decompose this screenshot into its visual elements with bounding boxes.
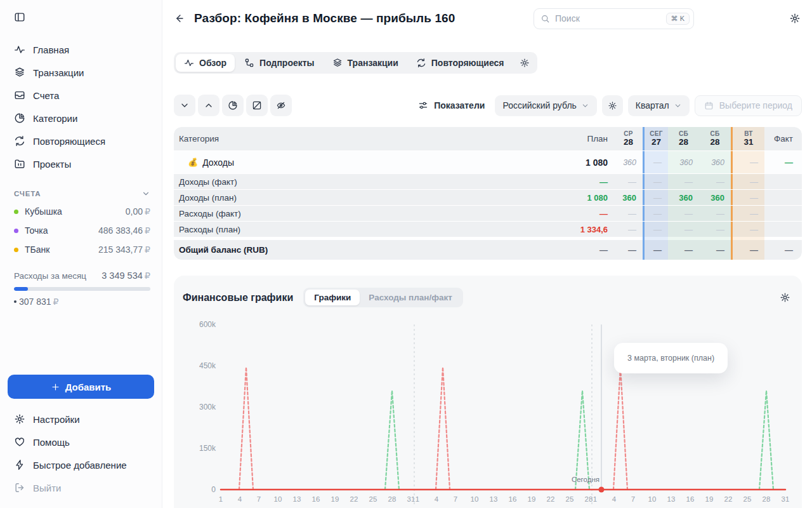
svg-text:1: 1 xyxy=(416,495,419,503)
eye-off-button[interactable] xyxy=(270,95,292,116)
account-row[interactable]: Точка486 383,46₽ xyxy=(14,221,150,240)
account-name: Точка xyxy=(25,225,48,236)
day-column-header: ВТ31 xyxy=(731,127,764,150)
tabs-settings-button[interactable] xyxy=(514,54,535,72)
day-value: — xyxy=(716,225,724,234)
day-value: — xyxy=(716,209,724,218)
sidebar-toggle-icon[interactable] xyxy=(14,11,25,23)
add-button[interactable]: Добавить xyxy=(8,375,154,399)
table-row[interactable]: Расходы (факт)—————— xyxy=(174,205,802,221)
chevron-down-icon[interactable] xyxy=(141,189,150,198)
day-value: — xyxy=(716,245,724,255)
account-list: Кубышка0,00₽Точка486 383,46₽ТБанк215 343… xyxy=(14,202,150,259)
svg-text:1: 1 xyxy=(593,495,597,503)
day-value: — xyxy=(750,177,758,187)
back-arrow-icon[interactable] xyxy=(174,13,185,24)
chart-view-tab-0[interactable]: Графики xyxy=(305,290,360,305)
day-value: — xyxy=(653,193,662,203)
plan-value: 1 080 xyxy=(586,157,608,168)
category-column-header: Категория xyxy=(174,127,551,150)
toolbar: Показатели Российский рубль Квартал Выбе… xyxy=(174,95,802,116)
period-dropdown[interactable]: Квартал xyxy=(628,95,690,116)
sidebar-item-label: Транзакции xyxy=(33,67,84,78)
eye-off-icon xyxy=(276,100,286,110)
day-value: — xyxy=(750,209,758,218)
table-row[interactable]: 💰Доходы1 080360—360360—— xyxy=(174,150,802,173)
sidebar-footer-item-gear[interactable]: Настройки xyxy=(8,408,154,431)
day-value: — xyxy=(684,209,693,218)
metrics-control[interactable]: Показатели xyxy=(418,100,485,110)
day-column-header: СБ28 xyxy=(668,127,699,150)
chart-view-tab-1[interactable]: Расходы план/факт xyxy=(360,290,461,305)
svg-text:22: 22 xyxy=(724,495,733,503)
category-emoji: 💰 xyxy=(188,157,198,167)
total-row-name: Общий баланс (RUB) xyxy=(179,245,268,255)
svg-text:16: 16 xyxy=(312,495,320,503)
sidebar-item-repeat[interactable]: Повторяющиеся xyxy=(8,130,154,152)
tab-repeat[interactable]: Повторяющиеся xyxy=(408,54,513,72)
svg-text:7: 7 xyxy=(454,495,457,503)
accounts-header[interactable]: СЧЕТА xyxy=(14,189,150,198)
day-value: 360 xyxy=(623,158,636,167)
svg-text:28: 28 xyxy=(388,495,396,503)
accounts-title: СЧЕТА xyxy=(14,190,41,197)
tab-label: Транзакции xyxy=(348,58,398,68)
svg-text:28: 28 xyxy=(763,495,771,503)
sidebar-item-pie[interactable]: Категории xyxy=(8,107,154,130)
svg-text:31: 31 xyxy=(407,495,416,503)
sidebar-item-folder[interactable]: Проекты xyxy=(8,152,154,175)
topbar: Разбор: Кофейня в Москве — прибыль 160 ⌘… xyxy=(174,8,802,29)
day-value: — xyxy=(750,157,758,167)
chevron-up-button[interactable] xyxy=(198,95,219,116)
month-expenses-value: 3 349 534₽ xyxy=(102,271,150,281)
sidebar-footer-item-bolt[interactable]: Быстрое добавление xyxy=(8,453,154,476)
svg-text:25: 25 xyxy=(566,495,574,503)
currency-dropdown[interactable]: Российский рубль xyxy=(495,95,596,116)
table-settings-button[interactable] xyxy=(602,95,623,116)
charts-card: Финансовые графики ГрафикиРасходы план/ф… xyxy=(174,276,802,508)
svg-text:13: 13 xyxy=(490,495,498,503)
account-row[interactable]: Кубышка0,00₽ xyxy=(14,202,150,221)
sidebar-item-accounts[interactable]: Счета xyxy=(8,84,154,107)
sidebar-footer-item-logout[interactable]: Выйти xyxy=(8,476,154,499)
svg-text:19: 19 xyxy=(528,495,536,503)
tab-activity[interactable]: Обзор xyxy=(176,54,235,72)
svg-text:25: 25 xyxy=(369,495,377,503)
tab-layers[interactable]: Транзакции xyxy=(324,54,407,72)
plan-value: — xyxy=(599,177,608,187)
tab-tree[interactable]: Подпроекты xyxy=(236,54,322,72)
search-input[interactable] xyxy=(555,13,666,23)
pie-button[interactable] xyxy=(222,95,244,116)
table-row[interactable]: Доходы (план)1 080360—360360— xyxy=(174,189,802,205)
plan-value: — xyxy=(599,245,608,255)
row-name: Доходы (факт) xyxy=(179,177,237,187)
table-header-row: КатегорияПланСР28СЕГ27СБ28СБ28ВТ31Факт xyxy=(174,127,802,150)
day-value: — xyxy=(628,225,636,234)
gear-icon xyxy=(520,58,530,68)
table-row[interactable]: Доходы (факт)—————— xyxy=(174,173,802,189)
page-title: Разбор: Кофейня в Москве — прибыль 160 xyxy=(194,11,455,25)
tree-icon xyxy=(244,58,254,68)
plan-column-header: План xyxy=(551,127,614,150)
sidebar-item-activity[interactable]: Главная xyxy=(8,38,154,61)
total-row[interactable]: Общий баланс (RUB)——————— xyxy=(174,240,802,260)
chart-settings-gear-icon[interactable] xyxy=(780,292,790,303)
chevron-down-icon xyxy=(581,102,589,110)
sidebar-footer-label: Помощь xyxy=(33,437,70,448)
svg-text:4: 4 xyxy=(435,495,439,503)
day-value: — xyxy=(653,245,662,255)
chevron-down-button[interactable] xyxy=(174,95,195,116)
day-value: 360 xyxy=(679,158,693,167)
activity-icon xyxy=(14,44,25,55)
table-row[interactable]: Расходы (план)1 334,6————— xyxy=(174,221,802,237)
expenses-secondary-value: 307 831₽ xyxy=(14,297,150,307)
svg-text:0: 0 xyxy=(211,485,216,494)
chart-off-button[interactable] xyxy=(246,95,268,116)
sidebar-item-layers[interactable]: Транзакции xyxy=(8,61,154,84)
account-row[interactable]: ТБанк215 343,77₽ xyxy=(14,240,150,259)
sidebar-footer-item-heart[interactable]: Помощь xyxy=(8,431,154,453)
sidebar-item-label: Проекты xyxy=(33,159,71,170)
search-box[interactable]: ⌘ K xyxy=(534,8,694,29)
settings-gear-icon[interactable] xyxy=(789,13,801,24)
date-range-picker[interactable]: Выберите период xyxy=(695,95,802,116)
